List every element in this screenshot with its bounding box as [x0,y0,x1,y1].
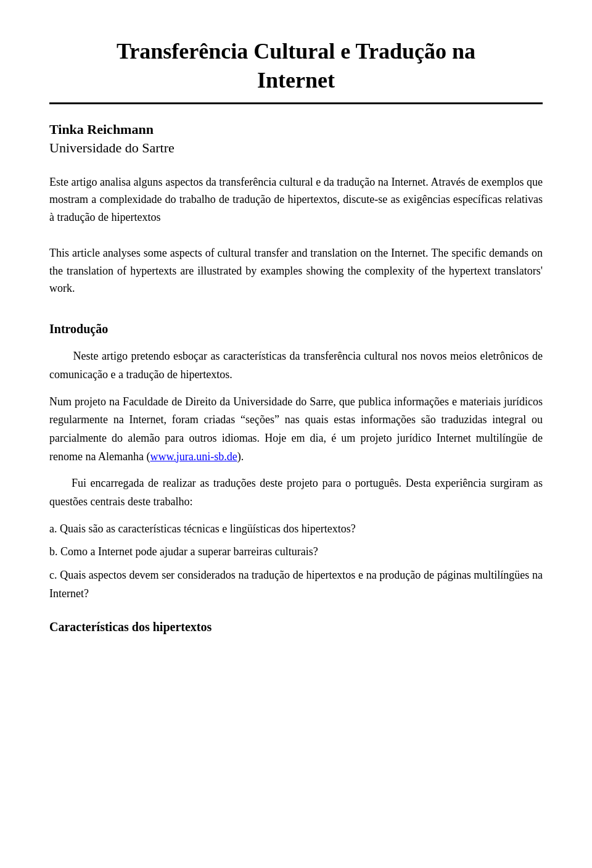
title-line1: Transferência Cultural e Tradução na [117,39,475,64]
abstract-portuguese: Este artigo analisa alguns aspectos da t… [49,176,543,224]
questions-list: a. Quais são as características técnicas… [49,520,543,603]
title-divider [49,102,543,104]
page-title: Transferência Cultural e Tradução na Int… [49,37,543,104]
section-introducao: Introdução Neste artigo pretendo esboçar… [49,322,543,603]
question-a: a. Quais são as características técnicas… [49,520,543,539]
intro-paragraph3: Fui encarregada de realizar as traduções… [49,474,543,511]
author-block: Tinka Reichmann Universidade do Sartre [49,122,543,156]
section-body-introducao: Neste artigo pretendo esboçar as caracte… [49,347,543,603]
intro-paragraph1: Neste artigo pretendo esboçar as caracte… [49,347,543,384]
section-heading-caracteristicas: Características dos hipertextos [49,620,543,634]
abstract-english-lead: This article analyses some aspects of cu… [49,247,429,259]
intro-p1-text: Neste artigo pretendo esboçar as caracte… [49,350,543,381]
question-b: b. Como a Internet pode ajudar a superar… [49,543,543,561]
abstract-block: Este artigo analisa alguns aspectos da t… [49,173,543,298]
intro-paragraph2: Num projeto na Faculdade de Direito da U… [49,393,543,466]
question-c: c. Quais aspectos devem ser considerados… [49,566,543,603]
author-affiliation: Universidade do Sartre [49,140,543,156]
jura-link[interactable]: www.jura.uni-sb.de [150,450,237,463]
section-heading-introducao: Introdução [49,322,543,336]
author-name: Tinka Reichmann [49,122,543,138]
title-line2: Internet [257,68,335,93]
intro-p2-text: Num projeto na Faculdade de Direito da U… [49,395,543,463]
section-caracteristicas: Características dos hipertextos [49,620,543,634]
